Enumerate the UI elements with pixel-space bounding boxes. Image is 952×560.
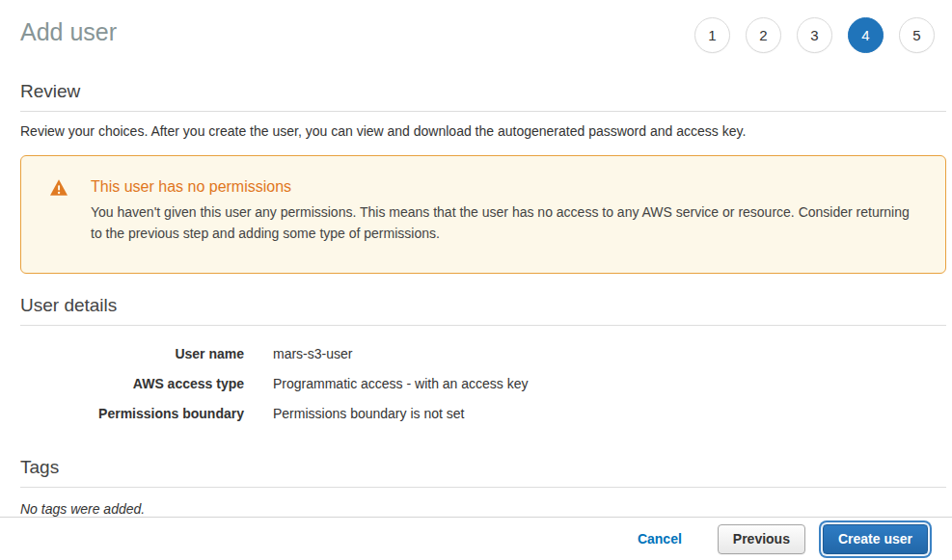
detail-label: AWS access type bbox=[20, 376, 244, 391]
wizard-header: Add user 1 2 3 4 5 bbox=[0, 0, 952, 58]
user-details-heading: User details bbox=[20, 295, 946, 326]
wizard-content: Review Review your choices. After you cr… bbox=[0, 81, 952, 517]
warning-text: This user has no permissions You haven't… bbox=[91, 178, 916, 244]
tags-empty-message: No tags were added. bbox=[20, 501, 946, 517]
detail-row-permissions-boundary: Permissions boundary Permissions boundar… bbox=[20, 398, 946, 428]
review-section: Review Review your choices. After you cr… bbox=[20, 81, 946, 139]
wizard-step-1: 1 bbox=[694, 17, 730, 53]
wizard-step-indicator: 1 2 3 4 5 bbox=[694, 17, 935, 53]
no-permissions-warning: This user has no permissions You haven't… bbox=[20, 155, 946, 274]
wizard-step-2: 2 bbox=[746, 17, 781, 53]
detail-row-user-name: User name mars-s3-user bbox=[20, 338, 946, 368]
detail-label: Permissions boundary bbox=[20, 406, 244, 421]
warning-title: This user has no permissions bbox=[91, 178, 916, 196]
tags-section: Tags No tags were added. bbox=[20, 457, 946, 517]
add-user-wizard-page: Add user 1 2 3 4 5 Review Review your ch… bbox=[0, 0, 952, 560]
review-heading: Review bbox=[20, 81, 946, 112]
tags-heading: Tags bbox=[20, 457, 946, 488]
review-description: Review your choices. After you create th… bbox=[20, 123, 946, 139]
user-details-rows: User name mars-s3-user AWS access type P… bbox=[20, 338, 946, 428]
wizard-footer: Cancel Previous Create user bbox=[0, 517, 952, 560]
detail-value: mars-s3-user bbox=[273, 346, 352, 361]
wizard-step-5: 5 bbox=[899, 17, 935, 53]
wizard-step-4: 4 bbox=[848, 17, 884, 53]
detail-value: Permissions boundary is not set bbox=[273, 406, 464, 421]
cancel-link[interactable]: Cancel bbox=[638, 531, 682, 547]
previous-button[interactable]: Previous bbox=[718, 524, 805, 554]
warning-triangle-icon bbox=[50, 179, 68, 200]
wizard-step-3: 3 bbox=[797, 17, 832, 53]
page-title: Add user bbox=[20, 17, 117, 46]
user-details-section: User details User name mars-s3-user AWS … bbox=[20, 295, 946, 428]
detail-value: Programmatic access - with an access key bbox=[273, 376, 529, 391]
warning-body: You haven't given this user any permissi… bbox=[91, 202, 916, 244]
create-user-button[interactable]: Create user bbox=[823, 524, 928, 554]
detail-label: User name bbox=[20, 346, 244, 361]
detail-row-access-type: AWS access type Programmatic access - wi… bbox=[20, 368, 946, 398]
